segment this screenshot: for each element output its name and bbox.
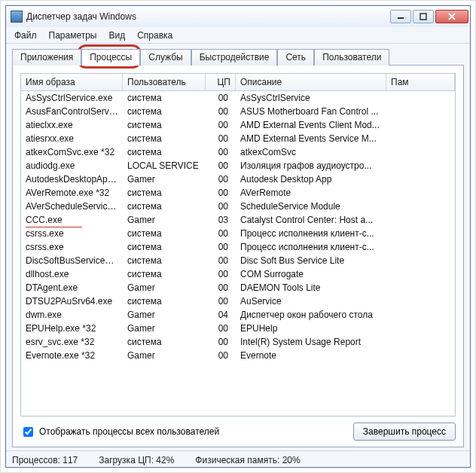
table-row[interactable]: atiesrxx.exeсистема00AMD External Events… <box>21 132 455 145</box>
cell-image: Evernote.exe *32 <box>21 349 123 362</box>
cell-mem <box>386 260 455 261</box>
cell-cpu: 00 <box>206 322 236 334</box>
cell-desc: Catalyst Control Center: Host a... <box>236 214 386 226</box>
tab-users[interactable]: Пользователи <box>314 49 389 66</box>
table-row[interactable]: AsSysCtrlService.exeсистема00AsSysCtrlSe… <box>21 91 455 105</box>
cell-cpu: 00 <box>206 268 236 280</box>
table-row[interactable]: esrv_svc.exe *32система00Intel(R) System… <box>21 335 455 349</box>
table-row[interactable]: AVerScheduleService....система00Schedule… <box>21 200 455 213</box>
show-all-users-checkbox[interactable]: Отображать процессы всех пользователей <box>20 425 219 439</box>
cell-desc: AsSysCtrlService <box>236 92 386 104</box>
tab-processes[interactable]: Процессы <box>81 49 140 66</box>
cell-user: система <box>123 146 206 158</box>
cell-cpu: 00 <box>206 160 236 172</box>
title-bar[interactable]: Диспетчер задач Windows <box>6 6 470 27</box>
cell-mem <box>386 287 455 288</box>
cell-desc: Диспетчер окон рабочего стола <box>236 309 386 321</box>
cell-image: dwm.exe <box>21 309 123 321</box>
cell-user: система <box>123 200 206 212</box>
cell-cpu: 03 <box>206 214 236 226</box>
cell-mem <box>386 179 455 180</box>
cell-cpu: 00 <box>206 187 236 199</box>
table-row[interactable]: EPUHelp.exe *32Gamer00EPUHelp <box>21 322 455 335</box>
cell-cpu: 00 <box>206 255 236 267</box>
cell-user: Gamer <box>123 309 206 321</box>
minimize-button[interactable] <box>390 10 411 23</box>
table-row[interactable]: csrss.exeсистема00Процесс исполнения кли… <box>21 227 455 240</box>
col-image-name[interactable]: Имя образа <box>21 74 123 90</box>
menu-file[interactable]: Файл <box>9 29 42 42</box>
tab-services[interactable]: Службы <box>140 49 191 66</box>
cell-desc: AVerRemote <box>236 187 386 199</box>
status-bar: Процессов: 117 Загрузка ЦП: 42% Физическ… <box>6 450 470 467</box>
table-row[interactable]: csrss.exeсистема00Процесс исполнения кли… <box>21 240 455 254</box>
cell-desc: AMD External Events Client Mod... <box>236 119 386 131</box>
cell-image: csrss.exe <box>21 227 123 240</box>
cell-cpu: 00 <box>206 336 236 348</box>
cell-user: LOCAL SERVICE <box>123 160 206 172</box>
cell-cpu: 00 <box>206 173 236 185</box>
cell-image: audiodg.exe <box>21 160 123 172</box>
tab-performance[interactable]: Быстродействие <box>191 49 278 66</box>
cell-image: atkexComSvc.exe *32 <box>21 146 123 158</box>
close-button[interactable] <box>435 10 468 23</box>
table-row[interactable]: Evernote.exe *32Gamer00Evernote <box>21 349 455 362</box>
cell-mem <box>386 273 455 275</box>
tab-applications[interactable]: Приложения <box>12 49 81 66</box>
column-headers: Имя образа Пользователь ЦП Описание Пам <box>21 74 455 91</box>
cell-desc: Autodesk Desktop App <box>236 173 386 185</box>
cell-image: atiesrxx.exe <box>21 133 123 145</box>
cell-cpu: 00 <box>206 105 236 117</box>
table-row[interactable]: atkexComSvc.exe *32система00atkexComSvc <box>21 145 455 159</box>
menu-options[interactable]: Параметры <box>44 29 102 42</box>
cell-cpu: 00 <box>206 282 236 294</box>
table-row[interactable]: CCC.exeGamer03Catalyst Control Center: H… <box>21 213 455 227</box>
status-cpu: Загрузка ЦП: 42% <box>99 455 174 465</box>
table-row[interactable]: DTSU2PAuSrv64.exeсистема00AuService <box>21 294 455 308</box>
end-process-button[interactable]: Завершить процесс <box>353 423 456 441</box>
cell-mem <box>386 341 455 343</box>
table-row[interactable]: AutodeskDesktopApp...Gamer00Autodesk Des… <box>21 172 455 186</box>
cell-desc: Evernote <box>236 349 386 362</box>
maximize-button[interactable] <box>413 10 434 23</box>
col-memory[interactable]: Пам <box>386 74 455 90</box>
cell-cpu: 00 <box>206 295 236 307</box>
cell-image: DTAgent.exe <box>21 282 123 294</box>
table-row[interactable]: DTAgent.exeGamer00DAEMON Tools Lite <box>21 281 455 294</box>
menu-view[interactable]: Вид <box>103 29 130 42</box>
menu-help[interactable]: Справка <box>132 29 178 42</box>
cell-mem <box>386 219 455 221</box>
cell-desc: Disc Soft Bus Service Lite <box>236 255 386 267</box>
cell-image: EPUHelp.exe *32 <box>21 322 123 334</box>
cell-image: AsusFanControlServi... <box>21 105 123 117</box>
cell-mem <box>386 314 455 316</box>
cell-user: Gamer <box>123 173 206 185</box>
table-row[interactable]: AVerRemote.exe *32система00AVerRemote <box>21 186 455 200</box>
tab-panel: Имя образа Пользователь ЦП Описание Пам … <box>12 65 464 447</box>
cell-image: DTSU2PAuSrv64.exe <box>21 295 123 307</box>
cell-user: система <box>123 105 206 117</box>
tab-network[interactable]: Сеть <box>277 49 314 66</box>
table-row[interactable]: audiodg.exeLOCAL SERVICE00Изоляция графо… <box>21 159 455 172</box>
cell-desc: ASUS Motherboard Fan Control ... <box>236 105 386 117</box>
col-description[interactable]: Описание <box>236 74 386 90</box>
table-row[interactable]: dllhost.exeсистема00COM Surrogate <box>21 267 455 281</box>
table-row[interactable]: AsusFanControlServi...система00ASUS Moth… <box>21 105 455 118</box>
svg-rect-1 <box>420 14 426 20</box>
cell-image: atieclxx.exe <box>21 119 123 131</box>
cell-user: система <box>123 255 206 267</box>
table-row[interactable]: dwm.exeGamer04Диспетчер окон рабочего ст… <box>21 308 455 322</box>
col-cpu[interactable]: ЦП <box>206 74 236 90</box>
table-row[interactable]: DiscSoftBusServiceLit...система00Disc So… <box>21 254 455 267</box>
col-user[interactable]: Пользователь <box>123 74 206 90</box>
cell-cpu: 00 <box>206 241 236 253</box>
cell-desc: Intel(R) System Usage Report <box>236 336 386 348</box>
cell-user: Gamer <box>123 214 206 226</box>
cell-cpu: 00 <box>206 92 236 104</box>
process-list[interactable]: Имя образа Пользователь ЦП Описание Пам … <box>20 73 456 417</box>
window-title: Диспетчер задач Windows <box>26 11 389 22</box>
cell-mem <box>386 138 455 139</box>
show-all-users-input[interactable] <box>23 427 33 437</box>
cell-cpu: 00 <box>206 227 236 240</box>
table-row[interactable]: atieclxx.exeсистема00AMD External Events… <box>21 118 455 132</box>
